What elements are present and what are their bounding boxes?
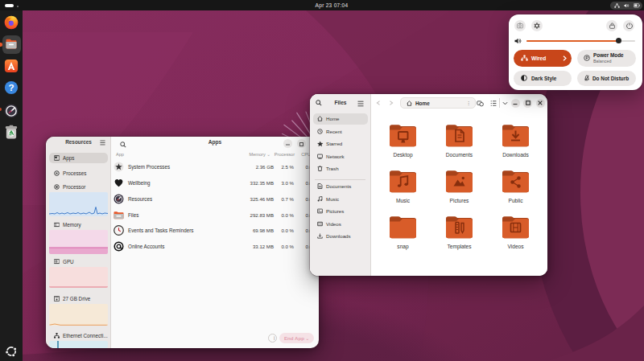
svg-text:?: ? <box>8 82 14 92</box>
